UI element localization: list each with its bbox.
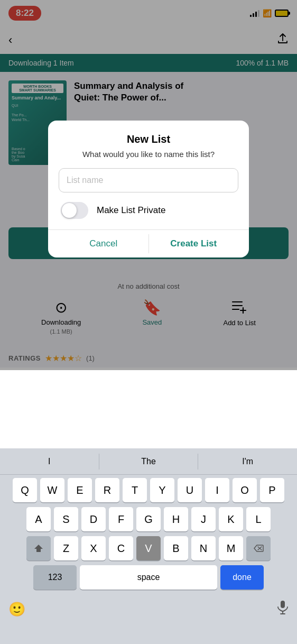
numbers-key[interactable]: 123 — [33, 565, 77, 590]
key-row-4: 123 space done — [2, 565, 295, 590]
key-i[interactable]: I — [205, 478, 229, 502]
key-h[interactable]: H — [164, 507, 188, 531]
key-y[interactable]: Y — [150, 478, 174, 502]
key-a[interactable]: A — [26, 507, 51, 531]
key-z[interactable]: Z — [54, 536, 78, 560]
key-e[interactable]: E — [68, 478, 92, 502]
suggestion-i[interactable]: I — [0, 453, 99, 471]
key-f[interactable]: F — [109, 507, 133, 531]
keyboard-rows: Q W E R T Y U I O P A S D F G H J K L — [0, 475, 297, 590]
key-n[interactable]: N — [191, 536, 216, 560]
shift-key[interactable] — [26, 536, 51, 560]
key-r[interactable]: R — [95, 478, 119, 502]
key-q[interactable]: Q — [13, 478, 37, 502]
done-key[interactable]: done — [220, 565, 264, 590]
keyboard[interactable]: I The I'm Q W E R T Y U I O P A S D F G … — [0, 448, 297, 644]
key-c[interactable]: C — [109, 536, 133, 560]
key-k[interactable]: K — [219, 507, 243, 531]
key-g[interactable]: G — [136, 507, 161, 531]
dialog-title: New List — [59, 133, 238, 145]
suggestion-im[interactable]: I'm — [198, 453, 297, 471]
key-u[interactable]: U — [178, 478, 202, 502]
mic-key[interactable] — [277, 600, 289, 618]
keyboard-suggestions: I The I'm — [0, 448, 297, 475]
key-j[interactable]: J — [191, 507, 216, 531]
dialog-subtitle: What would you like to name this list? — [59, 150, 238, 159]
new-list-dialog: New List What would you like to name thi… — [48, 121, 249, 257]
delete-key[interactable] — [246, 536, 271, 560]
key-w[interactable]: W — [40, 478, 64, 502]
space-key[interactable]: space — [80, 565, 217, 590]
suggestion-the[interactable]: The — [99, 453, 198, 471]
key-x[interactable]: X — [81, 536, 106, 560]
key-row-1: Q W E R T Y U I O P — [2, 478, 295, 502]
create-list-button[interactable]: Create List — [149, 230, 239, 257]
key-o[interactable]: O — [233, 478, 257, 502]
key-row-2: A S D F G H J K L — [2, 507, 295, 531]
toggle-label: Make List Private — [97, 205, 165, 216]
key-v[interactable]: V — [136, 536, 161, 560]
key-b[interactable]: B — [164, 536, 188, 560]
list-name-input[interactable] — [59, 168, 238, 192]
dialog-buttons: Cancel Create List — [59, 230, 238, 257]
key-p[interactable]: P — [260, 478, 284, 502]
private-list-toggle[interactable] — [61, 202, 88, 219]
emoji-key[interactable]: 🙂 — [8, 601, 25, 618]
toggle-row: Make List Private — [59, 202, 238, 219]
key-m[interactable]: M — [219, 536, 243, 560]
key-s[interactable]: S — [54, 507, 78, 531]
svg-rect-7 — [281, 601, 285, 608]
key-l[interactable]: L — [246, 507, 271, 531]
toggle-knob — [62, 203, 77, 218]
cancel-button[interactable]: Cancel — [59, 230, 148, 257]
key-t[interactable]: T — [123, 478, 147, 502]
keyboard-bottom: 🙂 — [0, 594, 297, 626]
key-d[interactable]: D — [81, 507, 106, 531]
key-row-3: Z X C V B N M — [2, 536, 295, 560]
